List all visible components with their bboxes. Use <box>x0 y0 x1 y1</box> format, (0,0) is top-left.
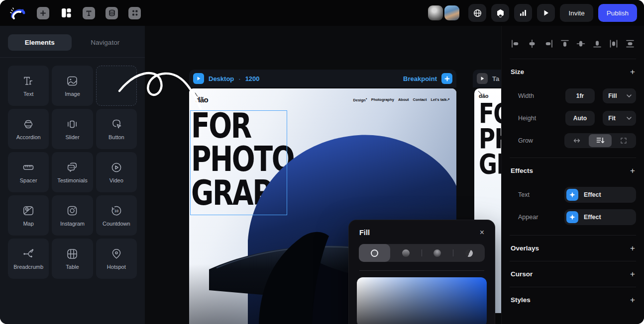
height-mode-select[interactable]: Fit <box>603 111 636 126</box>
grow-row: Grow <box>502 129 644 152</box>
element-card-text[interactable]: Text <box>8 66 49 106</box>
element-card-slider[interactable]: Slider <box>52 109 93 149</box>
appear-effect-button[interactable]: Effect <box>564 209 636 225</box>
design-canvas[interactable]: Desktop · 1200 Breakpoint dão <box>145 26 501 324</box>
element-card-label: Spacer <box>20 177 37 183</box>
element-card-spacer[interactable]: Spacer <box>8 152 49 192</box>
empty-drag-slot[interactable] <box>96 66 137 106</box>
element-card-table[interactable]: Table <box>52 239 93 279</box>
grow-stack-down-icon[interactable] <box>589 134 612 147</box>
preview-play-icon[interactable] <box>537 4 555 22</box>
effects-section-header: Effects + <box>502 158 644 183</box>
components-icon[interactable] <box>128 7 141 19</box>
align-bottom-icon[interactable] <box>591 38 603 49</box>
text-effect-button[interactable]: Effect <box>564 187 636 203</box>
grow-expand-icon[interactable] <box>612 134 635 147</box>
publish-button[interactable]: Publish <box>598 4 637 22</box>
element-card-label: Slider <box>65 134 79 140</box>
align-center-horizontal-icon[interactable] <box>526 38 538 49</box>
cms-stack-icon[interactable] <box>106 7 118 19</box>
element-card-label: Video <box>109 177 123 183</box>
element-card-accordion[interactable]: Accordion <box>8 109 49 149</box>
nav-photography[interactable]: Photography <box>371 97 394 102</box>
stretch-vertical-icon[interactable] <box>624 38 636 49</box>
nav-lets-talk[interactable]: Let's talk↗ <box>430 97 450 102</box>
radial-gradient-fill-icon[interactable] <box>422 244 453 262</box>
height-value-input[interactable]: Auto <box>565 111 595 126</box>
height-row: Height Auto Fit <box>502 107 644 129</box>
height-label: Height <box>518 115 565 122</box>
nav-design[interactable]: Design● <box>353 97 367 102</box>
close-icon[interactable]: × <box>480 229 484 237</box>
element-card-hotspot[interactable]: Hotspot <box>96 239 137 279</box>
frame-device-label[interactable]: Ta <box>492 75 499 82</box>
breakpoint-label[interactable]: Breakpoint <box>403 75 437 82</box>
site-logo[interactable]: dão <box>196 95 208 104</box>
settings-nut-icon[interactable] <box>491 4 509 22</box>
element-card-label: Text <box>23 91 33 97</box>
solid-fill-icon[interactable] <box>359 244 390 262</box>
linear-gradient-fill-icon[interactable] <box>390 244 422 262</box>
align-center-vertical-icon[interactable] <box>575 38 587 49</box>
sparkle-icon <box>566 189 578 201</box>
add-cursor-icon[interactable]: + <box>630 270 635 278</box>
element-card-breadcrumb[interactable]: Breadcrumb <box>8 239 49 279</box>
overlays-section-header: Overlays + <box>502 236 644 261</box>
avatar[interactable] <box>444 5 459 20</box>
add-size-icon[interactable]: + <box>630 68 635 76</box>
add-effect-icon[interactable]: + <box>630 166 635 175</box>
selection-box <box>190 110 287 215</box>
frame-width-value[interactable]: 1200 <box>245 75 260 82</box>
elements-sidebar: Elements Navigator Text <box>0 26 145 324</box>
conic-gradient-fill-icon[interactable] <box>453 244 485 262</box>
collaborator-avatars <box>428 5 459 20</box>
width-value-input[interactable]: 1fr <box>565 88 595 103</box>
add-icon[interactable] <box>37 7 49 19</box>
fill-type-segmented-control <box>359 244 485 262</box>
tab-navigator[interactable]: Navigator <box>74 34 137 51</box>
globe-icon[interactable] <box>468 4 486 22</box>
add-style-icon[interactable]: + <box>630 296 635 304</box>
frame-device-label[interactable]: Desktop <box>209 75 234 82</box>
align-left-icon[interactable] <box>510 38 522 49</box>
grow-horizontal-icon[interactable] <box>565 134 589 147</box>
distribute-horizontal-icon[interactable] <box>608 38 620 49</box>
fill-dialog-divider <box>359 270 484 271</box>
desktop-frame-toolbar: Desktop · 1200 Breakpoint <box>189 70 456 87</box>
fill-dialog: Fill × <box>348 220 495 324</box>
analytics-bars-icon[interactable] <box>514 4 532 22</box>
layout-panels-icon[interactable] <box>60 7 72 19</box>
align-right-icon[interactable] <box>542 38 554 49</box>
frame-play-icon[interactable] <box>477 73 488 84</box>
nav-about[interactable]: About <box>398 97 409 102</box>
hero-headline-tablet: FO PH GR <box>479 101 501 177</box>
color-picker-area[interactable] <box>357 277 487 324</box>
element-card-instagram[interactable]: Instagram <box>52 195 93 236</box>
width-row: Width 1fr Fill <box>502 84 644 107</box>
invite-button[interactable]: Invite <box>560 4 593 22</box>
element-card-label: Map <box>23 221 33 227</box>
element-card-label: Button <box>108 134 124 140</box>
width-mode-select[interactable]: Fill <box>603 88 636 103</box>
section-title: Effects <box>511 167 533 174</box>
align-top-icon[interactable] <box>559 38 571 49</box>
element-card-video[interactable]: Video <box>96 152 137 192</box>
element-card-label: Breadcrumb <box>13 264 43 270</box>
tab-elements[interactable]: Elements <box>8 34 72 51</box>
avatar[interactable] <box>428 5 443 20</box>
add-overlay-icon[interactable]: + <box>630 244 635 252</box>
svg-text:10: 10 <box>114 209 118 213</box>
frame-play-icon[interactable] <box>193 73 204 84</box>
main-area: Elements Navigator Text <box>0 26 644 324</box>
add-breakpoint-icon[interactable] <box>441 73 452 84</box>
app-logo-swirl-icon[interactable] <box>7 3 29 23</box>
element-card-countdown[interactable]: 10 Countdown <box>96 195 137 236</box>
element-card-testimonials[interactable]: Testimonials <box>52 152 93 192</box>
element-card-label: Image <box>65 91 80 97</box>
element-card-image[interactable]: Image <box>52 66 93 106</box>
element-card-button[interactable]: Button <box>96 109 137 149</box>
element-card-map[interactable]: Map <box>8 195 49 236</box>
text-tool-icon[interactable] <box>83 7 95 19</box>
appear-effect-row: Appear Effect <box>502 206 644 228</box>
nav-contact[interactable]: Contact <box>413 97 427 102</box>
